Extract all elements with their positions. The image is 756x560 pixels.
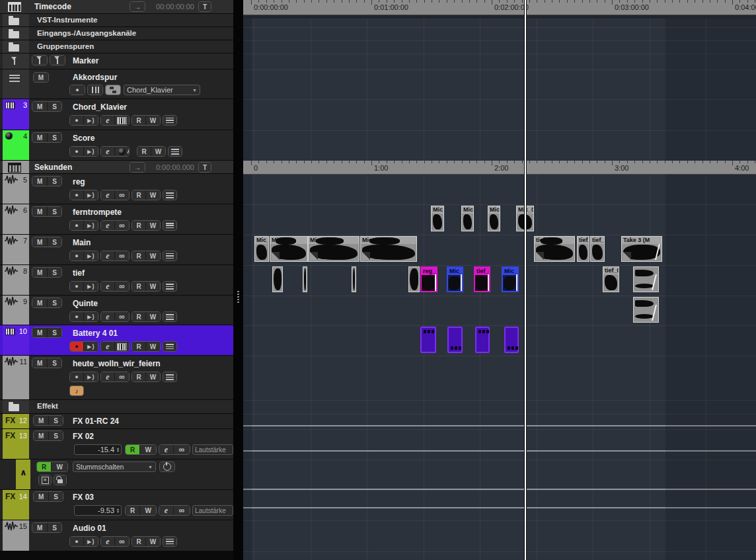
audio-clip[interactable] [352, 266, 356, 292]
monitor-button[interactable] [84, 251, 98, 260]
link-button[interactable]: ∞ [115, 372, 129, 381]
track-row-timecode[interactable]: Timecode→00:00:00:00T [0, 0, 233, 13]
track-row-heute-wolln-wir-feiern[interactable]: 11MSheute_wolln_wir_feiern●e∞RW♪ [0, 356, 233, 399]
write-button[interactable]: W [146, 282, 160, 291]
level-value-box[interactable]: -9.53▲▼ [74, 505, 122, 516]
midi-clip[interactable] [475, 327, 490, 353]
track-row-reg[interactable]: 5MSreg●e∞RW [0, 174, 233, 204]
read-button[interactable]: R [132, 537, 145, 546]
read-button[interactable]: R [132, 190, 145, 200]
bypass-power-button[interactable] [160, 462, 174, 471]
track-settings-button[interactable] [163, 221, 176, 230]
write-button[interactable]: W [146, 372, 160, 381]
mute-button[interactable]: M [32, 268, 47, 277]
monitor-button[interactable] [84, 372, 98, 381]
write-button[interactable]: W [146, 342, 160, 351]
edit-button[interactable]: e [101, 372, 114, 381]
mute-button[interactable]: M [32, 358, 47, 368]
solo-button[interactable]: S [48, 298, 61, 307]
midi-editor-button[interactable] [115, 342, 129, 351]
solo-button[interactable]: S [49, 492, 63, 501]
audio-clip[interactable]: Mic_05 [308, 236, 359, 262]
automation-param-select[interactable]: Stummschalten▼ [73, 461, 156, 472]
monitor-button[interactable] [84, 190, 98, 200]
mute-button[interactable]: M [32, 177, 47, 186]
link-button[interactable]: ∞ [115, 537, 129, 546]
solo-button[interactable]: S [48, 133, 61, 142]
audio-clip[interactable]: Take 3 (M [621, 236, 662, 262]
write-button[interactable]: W [151, 147, 165, 156]
write-button[interactable]: W [146, 190, 160, 200]
goto-arrow-button[interactable]: → [130, 163, 145, 172]
track-row-score[interactable]: 4MSScore●eAl.▼RW [0, 130, 233, 160]
audio-clip[interactable] [633, 297, 659, 323]
mixer-button[interactable] [88, 85, 102, 95]
audio-clip[interactable]: reg_ [420, 266, 437, 292]
write-button[interactable]: W [140, 506, 156, 515]
track-row-automation[interactable]: ∧RWStummschalten▼× [0, 460, 233, 489]
midi-clip[interactable] [447, 327, 463, 353]
track-row-main[interactable]: 7MSMain●e∞RW [0, 235, 233, 264]
track-row-eingangs-ausgangskan-le[interactable]: Eingangs-/Ausgangskanäle [0, 27, 233, 40]
add-cycle-marker-button[interactable] [50, 56, 65, 65]
solo-button[interactable]: S [49, 431, 63, 440]
link-button[interactable]: ∞ [174, 445, 190, 454]
link-button[interactable]: ∞ [115, 190, 129, 200]
audio-clip[interactable]: tief_09 [577, 236, 589, 262]
time-format-button[interactable]: T [199, 2, 211, 11]
link-button[interactable]: ∞ [115, 221, 129, 230]
audio-clip[interactable]: tief_09 [474, 266, 490, 292]
mute-button[interactable]: M [32, 523, 47, 532]
solo-button[interactable]: S [49, 416, 63, 425]
audio-clip[interactable] [272, 266, 283, 292]
track-settings-button[interactable] [163, 282, 176, 291]
panel-divider[interactable] [233, 0, 243, 560]
write-button[interactable]: W [52, 462, 67, 471]
track-settings-button[interactable] [163, 342, 176, 351]
track-row-battery-4-01[interactable]: 10MSBattery 4 01●eRW [0, 325, 233, 355]
track-row-fx-03[interactable]: FX14MSFX 03-9.53▲▼RWe∞Lautstärke [0, 490, 233, 520]
track-row-audio-01[interactable]: 15MSAudio 01●e∞RW [0, 520, 233, 551]
solo-button[interactable]: S [48, 328, 61, 337]
chord-voicing-select[interactable]: Chord_Klavier▼ [124, 85, 200, 95]
solo-button[interactable]: S [48, 523, 61, 532]
read-button[interactable]: R [132, 221, 145, 230]
track-settings-button[interactable] [163, 251, 176, 260]
track-row-fx-01-rc-24[interactable]: FX12MSFX 01-RC 24 [0, 414, 233, 428]
record-button[interactable]: ● [70, 312, 83, 321]
solo-button[interactable]: S [48, 358, 61, 368]
track-settings-button[interactable] [169, 147, 182, 156]
arrangement-area[interactable]: Mic_05Mic_05Mic_05Mic_05Mic_05Mic_05Mic_… [243, 0, 756, 560]
seconds-ruler[interactable]: 01:002:003:004:00 [243, 161, 756, 175]
read-button[interactable]: R [132, 342, 145, 351]
read-button[interactable]: R [126, 445, 139, 454]
audio-clip[interactable]: Mic_05 [502, 266, 519, 292]
track-settings-button[interactable] [163, 116, 176, 125]
edit-button[interactable]: e [101, 312, 114, 321]
musical-mode-button[interactable]: ♪ [70, 386, 83, 395]
record-button[interactable]: ● [70, 372, 83, 381]
read-button[interactable]: R [137, 147, 151, 156]
score-algo-select[interactable]: Al.▼ [115, 147, 130, 156]
record-button[interactable]: ● [70, 116, 83, 125]
edit-button[interactable]: e [101, 116, 114, 125]
midi-editor-button[interactable] [115, 116, 129, 125]
add-marker-button[interactable] [32, 56, 47, 65]
lock-button[interactable] [54, 475, 66, 485]
mute-button[interactable]: M [32, 328, 47, 337]
audio-clip[interactable]: Mic_05 [270, 236, 308, 262]
monitor-button[interactable] [84, 147, 98, 156]
mute-button[interactable]: M [32, 298, 47, 307]
audio-clip[interactable] [303, 266, 307, 292]
audio-clip[interactable]: tief_09 [603, 266, 619, 292]
edit-button[interactable]: e [101, 190, 114, 200]
track-row-gruppenspuren[interactable]: Gruppenspuren [0, 40, 233, 53]
mute-button[interactable]: M [34, 431, 48, 440]
time-format-button[interactable]: T [199, 163, 211, 172]
track-settings-button[interactable] [163, 312, 176, 321]
solo-button[interactable]: S [48, 177, 61, 186]
read-button[interactable]: R [132, 372, 145, 381]
write-button[interactable]: W [146, 312, 160, 321]
edit-button[interactable]: e [101, 251, 114, 260]
edit-button[interactable]: e [159, 506, 173, 515]
